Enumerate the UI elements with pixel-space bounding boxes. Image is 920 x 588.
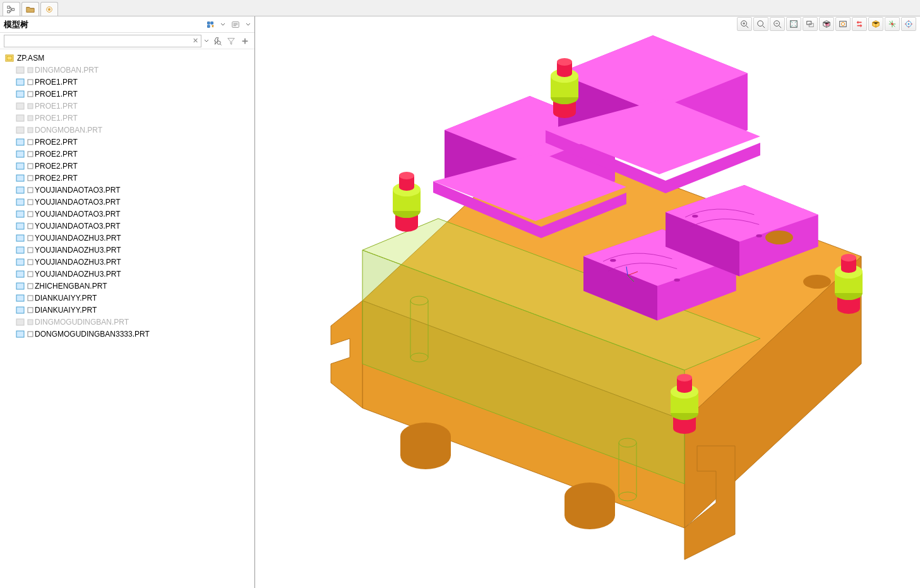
tree-item[interactable]: DIANKUAIYY.PRT <box>4 292 254 304</box>
svg-rect-34 <box>16 223 24 229</box>
tree-item-label: ZHICHENGBAN.PRT <box>35 282 107 291</box>
svg-rect-22 <box>16 151 24 157</box>
svg-rect-37 <box>28 236 33 241</box>
svg-rect-50 <box>16 319 24 325</box>
tree-item[interactable]: DIANKUAIYY.PRT <box>4 304 254 316</box>
svg-rect-20 <box>16 139 24 145</box>
prt-glyph-icon <box>27 103 33 109</box>
model-canvas[interactable] <box>255 16 920 588</box>
tree-item-label: DIANKUAIYY.PRT <box>35 306 97 315</box>
svg-point-101 <box>756 234 762 237</box>
svg-rect-2 <box>12 8 15 11</box>
tree-item[interactable]: PROE1.PRT <box>4 112 254 124</box>
prt-glyph-icon <box>27 199 33 205</box>
svg-rect-9 <box>28 68 33 73</box>
tree-tools-button[interactable] <box>203 18 218 31</box>
tree-item[interactable]: YOUJIANDAOZHU3.PRT <box>4 232 254 244</box>
prt-glyph-icon <box>27 67 33 73</box>
prt-glyph-icon <box>27 163 33 169</box>
tree-item[interactable]: ZHICHENGBAN.PRT <box>4 280 254 292</box>
tree-item-label: DONGMOBAN.PRT <box>35 126 102 135</box>
svg-point-5 <box>217 41 220 44</box>
filter-icon[interactable] <box>225 35 237 47</box>
svg-point-102 <box>765 231 793 244</box>
tree-item[interactable]: YOUJIANDAOZHU3.PRT <box>4 244 254 256</box>
chevron-down-icon[interactable] <box>246 18 251 31</box>
tab-model-tree[interactable] <box>3 2 20 16</box>
tree-item-label: PROE1.PRT <box>35 78 78 87</box>
tree-item[interactable]: YOUJIANDAOTAO3.PRT <box>4 184 254 196</box>
part-icon <box>15 66 25 75</box>
svg-rect-33 <box>28 212 33 217</box>
tree-settings-button[interactable] <box>228 18 243 31</box>
tree-search-input[interactable] <box>4 35 201 47</box>
part-icon <box>15 198 25 207</box>
svg-rect-29 <box>28 188 33 193</box>
tree-item[interactable]: PROE1.PRT <box>4 100 254 112</box>
part-icon <box>15 126 25 135</box>
add-icon[interactable] <box>239 35 251 47</box>
tab-favorites[interactable] <box>40 2 58 16</box>
part-icon <box>15 318 25 327</box>
svg-rect-52 <box>16 331 24 337</box>
prt-glyph-icon <box>27 331 33 337</box>
tree-item[interactable]: PROE2.PRT <box>4 148 254 160</box>
tree-item[interactable]: DONGMOBAN.PRT <box>4 124 254 136</box>
svg-rect-23 <box>28 152 33 157</box>
tree-item-label: YOUJIANDAOTAO3.PRT <box>35 210 121 219</box>
tree-root-item[interactable]: ZP.ASM <box>4 52 254 64</box>
svg-rect-25 <box>28 164 33 169</box>
model-tree[interactable]: ZP.ASM DINGMOBAN.PRTPROE1.PRTPROE1.PRTPR… <box>0 49 254 588</box>
prt-glyph-icon <box>27 139 33 145</box>
svg-rect-17 <box>28 116 33 121</box>
tree-item[interactable]: YOUJIANDAOZHU3.PRT <box>4 256 254 268</box>
model-tree-sidebar: 模型树 ✕ <box>0 16 255 588</box>
part-icon <box>15 270 25 279</box>
part-icon <box>15 150 25 159</box>
svg-rect-10 <box>16 79 24 85</box>
tree-item[interactable]: YOUJIANDAOTAO3.PRT <box>4 196 254 208</box>
tree-item[interactable]: PROE2.PRT <box>4 160 254 172</box>
svg-rect-16 <box>16 115 24 121</box>
tree-item[interactable]: DONGMOGUDINGBAN3333.PRT <box>4 328 254 340</box>
tree-item[interactable]: DINGMOBAN.PRT <box>4 64 254 76</box>
search-input-wrap: ✕ <box>4 35 201 47</box>
tree-item-label: PROE2.PRT <box>35 138 78 147</box>
part-icon <box>15 114 25 123</box>
svg-rect-42 <box>16 271 24 277</box>
svg-rect-40 <box>16 259 24 265</box>
prt-glyph-icon <box>27 127 33 133</box>
part-icon <box>15 306 25 315</box>
chevron-down-icon[interactable] <box>220 18 225 31</box>
tree-item[interactable]: YOUJIANDAOZHU3.PRT <box>4 268 254 280</box>
clear-search-icon[interactable]: ✕ <box>193 37 198 45</box>
part-icon <box>15 222 25 231</box>
tree-item-label: PROE1.PRT <box>35 90 78 99</box>
svg-marker-84 <box>331 301 362 408</box>
svg-rect-47 <box>28 296 33 301</box>
svg-rect-32 <box>16 211 24 217</box>
tree-item[interactable]: DINGMOGUDINGBAN.PRT <box>4 316 254 328</box>
tree-item[interactable]: PROE2.PRT <box>4 172 254 184</box>
tab-folder[interactable] <box>21 2 39 16</box>
prt-glyph-icon <box>27 151 33 157</box>
part-icon <box>15 258 25 267</box>
svg-rect-13 <box>28 92 33 97</box>
chevron-down-icon[interactable] <box>204 39 209 44</box>
svg-rect-45 <box>28 284 33 289</box>
tree-item[interactable]: PROE1.PRT <box>4 76 254 88</box>
prt-glyph-icon <box>27 115 33 121</box>
part-icon <box>15 102 25 111</box>
tree-item-label: YOUJIANDAOTAO3.PRT <box>35 186 121 195</box>
tree-item[interactable]: PROE2.PRT <box>4 136 254 148</box>
find-icon[interactable] <box>212 35 223 47</box>
prt-glyph-icon <box>27 283 33 289</box>
svg-rect-51 <box>28 320 33 325</box>
graphics-viewport[interactable]: AB <box>255 16 920 588</box>
tree-item[interactable]: YOUJIANDAOTAO3.PRT <box>4 220 254 232</box>
part-icon <box>15 282 25 291</box>
svg-rect-49 <box>28 308 33 313</box>
tree-item-label: YOUJIANDAOZHU3.PRT <box>35 234 121 243</box>
tree-item[interactable]: PROE1.PRT <box>4 88 254 100</box>
tree-item[interactable]: YOUJIANDAOTAO3.PRT <box>4 208 254 220</box>
